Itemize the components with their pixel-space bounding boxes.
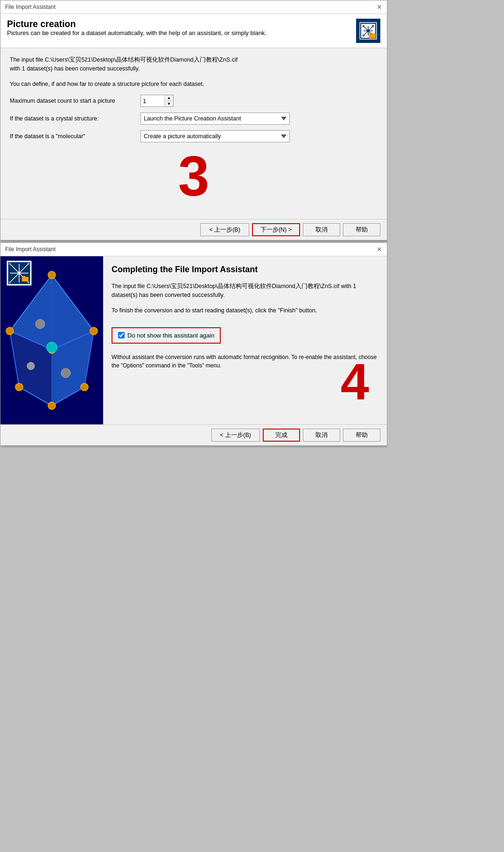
next-button[interactable]: 下一步(N) > (252, 223, 300, 236)
max-dataset-input[interactable] (141, 95, 164, 106)
prev-button-2[interactable]: < 上一步(B) (211, 429, 260, 442)
header-section-1: Picture creation Pictures can be created… (0, 14, 387, 48)
prev-button-1[interactable]: < 上一步(B) (200, 223, 249, 236)
svg-rect-39 (22, 277, 28, 282)
svg-point-43 (90, 327, 98, 335)
completing-info-text: The input file C:\Users\宝贝521\Desktop\晶体… (112, 282, 378, 300)
cancel-button-2[interactable]: 取消 (303, 429, 340, 442)
svg-point-45 (15, 383, 23, 391)
window1: File Import Assistant ✕ Picture creation… (0, 0, 387, 240)
image-panel (0, 256, 103, 424)
crystal-structure-image (0, 256, 103, 424)
max-dataset-row: Maximum dataset count to start a picture… (10, 95, 378, 107)
svg-point-38 (28, 282, 29, 283)
svg-point-7 (363, 25, 365, 28)
svg-point-36 (28, 263, 29, 265)
note-text: Without assistant the conversion runs wi… (112, 353, 378, 370)
window2-title: File Import Assistant (5, 246, 56, 253)
svg-point-49 (35, 319, 45, 329)
close-button-2[interactable]: ✕ (377, 246, 382, 253)
svg-point-46 (81, 383, 88, 391)
info-text-1: The input file C:\Users\宝贝521\Desktop\晶体… (10, 56, 378, 73)
step-number-1: 3 (10, 148, 378, 204)
crystal-row: If the dataset is a crystal structure: L… (10, 113, 378, 125)
svg-point-48 (47, 342, 57, 352)
crystal-dropdown[interactable]: Launch the Picture Creation Assistant Cr… (140, 113, 290, 125)
title-bar-2: File Import Assistant ✕ (0, 243, 387, 256)
svg-point-47 (48, 402, 56, 409)
finish-button[interactable]: 完成 (263, 429, 300, 442)
svg-point-34 (18, 272, 21, 275)
svg-rect-12 (369, 33, 372, 34)
crystal-svg (0, 256, 103, 424)
header-description-1: Pictures can be created for a dataset au… (7, 29, 350, 36)
max-dataset-label: Maximum dataset count to start a picture (10, 98, 136, 104)
step-number-2: 4 (341, 356, 369, 407)
max-dataset-spinner[interactable]: ▲ ▼ (140, 95, 174, 107)
header-title-1: Picture creation (7, 19, 350, 29)
molecular-dropdown[interactable]: Create a picture automatically Launch th… (140, 130, 290, 142)
svg-point-37 (9, 282, 11, 283)
svg-point-35 (9, 263, 11, 265)
svg-rect-40 (22, 276, 25, 277)
completing-title: Completing the File Import Assistant (112, 265, 378, 275)
svg-rect-11 (369, 34, 376, 38)
window2: File Import Assistant ✕ (0, 242, 387, 446)
cancel-button-1[interactable]: 取消 (303, 223, 340, 236)
svg-point-6 (367, 29, 370, 32)
svg-point-9 (363, 35, 365, 37)
title-bar-1: File Import Assistant ✕ (0, 0, 387, 14)
button-bar-2: < 上一步(B) 完成 取消 帮助 (0, 424, 387, 445)
define-text: You can define, if and how far to create… (10, 80, 378, 89)
no-show-label: Do not show this assistant again (127, 332, 214, 339)
svg-point-51 (27, 362, 35, 370)
molecular-row: If the dataset is a "molecular" Create a… (10, 130, 378, 142)
spinner-buttons: ▲ ▼ (164, 95, 173, 106)
header-icon-1 (356, 19, 380, 43)
svg-point-41 (48, 271, 56, 279)
right-panel: Completing the File Import Assistant The… (103, 256, 387, 424)
file-import-icon (359, 21, 378, 40)
no-show-checkbox-area: Do not show this assistant again (112, 327, 221, 344)
spinner-up-button[interactable]: ▲ (165, 95, 173, 101)
svg-point-42 (6, 327, 14, 335)
spinner-down-button[interactable]: ▼ (165, 101, 173, 106)
window2-content: Completing the File Import Assistant The… (0, 256, 387, 424)
molecular-label: If the dataset is a "molecular" (10, 133, 136, 140)
completing-finish-text: To finish the conversion and to start re… (112, 306, 378, 315)
svg-point-8 (372, 25, 374, 28)
button-bar-1: < 上一步(B) 下一步(N) > 取消 帮助 (0, 219, 387, 240)
crystal-label: If the dataset is a crystal structure: (10, 115, 136, 122)
close-button-1[interactable]: ✕ (377, 3, 382, 11)
help-button-2[interactable]: 帮助 (343, 429, 380, 442)
content-area-1: The input file C:\Users\宝贝521\Desktop\晶体… (0, 48, 387, 219)
help-button-1[interactable]: 帮助 (343, 223, 380, 236)
svg-point-50 (61, 368, 70, 378)
window1-title: File Import Assistant (5, 4, 56, 10)
no-show-checkbox[interactable] (118, 332, 125, 338)
